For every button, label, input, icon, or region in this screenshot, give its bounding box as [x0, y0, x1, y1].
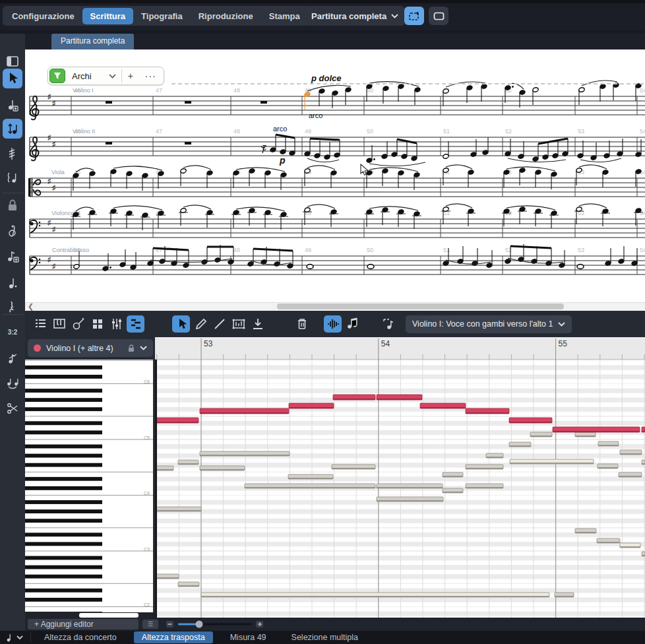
score-area[interactable]: Violino I464748495051525354♯♯Violino II4…	[25, 49, 645, 302]
midi-note-selected[interactable]	[377, 395, 422, 400]
midi-note[interactable]	[332, 465, 375, 469]
keyboard-scrollbar[interactable]	[79, 613, 138, 618]
midi-note[interactable]	[377, 497, 443, 501]
status-altezza-da-concerto[interactable]: Altezza da concerto	[36, 631, 125, 643]
grid-view-icon[interactable]	[88, 315, 106, 333]
pitch-tool[interactable]	[3, 119, 22, 139]
document-tab[interactable]: Partitura completa	[51, 34, 134, 49]
midi-note-selected[interactable]	[420, 403, 466, 408]
midi-note[interactable]	[597, 538, 620, 543]
extend-icon[interactable]	[249, 315, 266, 333]
midi-note[interactable]	[642, 552, 645, 556]
midi-note-selected[interactable]	[642, 427, 645, 432]
voice-selector[interactable]: Violino I: Voce con gambi verso l'alto 1	[406, 315, 572, 333]
midi-note[interactable]	[443, 472, 463, 477]
mode-tab-tipografia[interactable]: Tipografia	[133, 8, 191, 24]
midi-note[interactable]	[200, 466, 245, 470]
mode-tab-scrittura[interactable]: Scrittura	[82, 8, 133, 24]
mode-tab-configurazione[interactable]: Configurazione	[4, 8, 82, 24]
mode-tab-riproduzione[interactable]: Riproduzione	[191, 8, 261, 24]
piano-roll-icon[interactable]	[127, 315, 144, 333]
midi-note[interactable]	[598, 464, 618, 468]
mode-tab-stampa[interactable]: Stampa	[261, 8, 308, 24]
midi-note[interactable]	[598, 441, 619, 446]
pencil-icon[interactable]	[191, 315, 209, 333]
piano-keyboard[interactable]: C6C5C4C3C2	[25, 360, 155, 612]
midi-note[interactable]	[486, 453, 503, 458]
midi-note-selected[interactable]	[553, 427, 640, 432]
midi-note[interactable]	[157, 574, 179, 579]
guitar-view-icon[interactable]	[69, 315, 87, 333]
measure-ruler[interactable]: 535455	[155, 337, 645, 360]
lock-tool[interactable]	[3, 195, 22, 215]
midi-note[interactable]	[178, 460, 199, 465]
unpitched-tool[interactable]	[3, 168, 22, 187]
transform-icon[interactable]	[230, 315, 247, 333]
track-selector[interactable]: Violino I (+ altre 4)	[28, 339, 153, 357]
midi-note[interactable]	[178, 582, 199, 587]
midi-note[interactable]	[575, 432, 596, 437]
midi-note[interactable]	[157, 507, 201, 511]
midi-note-selected[interactable]	[200, 408, 289, 414]
status-selezione-multipla[interactable]: Selezione multipla	[284, 631, 366, 643]
tuplet-tool[interactable]: 3:2	[3, 322, 22, 342]
lock-icon[interactable]	[128, 344, 135, 352]
midi-note[interactable]	[575, 529, 596, 533]
pointer-icon[interactable]	[172, 315, 190, 333]
grace-note-tool[interactable]	[3, 348, 22, 368]
zoom-slider[interactable]	[166, 619, 265, 629]
dotted-note-tool[interactable]	[3, 273, 22, 293]
midi-note-selected[interactable]	[509, 418, 552, 423]
midi-note[interactable]	[619, 472, 642, 477]
midi-note-selected[interactable]	[157, 418, 199, 423]
scissors-tool[interactable]	[3, 399, 22, 418]
instrument-filter[interactable]: Archi + ···	[47, 67, 164, 85]
note-value-selector[interactable]	[5, 633, 25, 642]
midi-note[interactable]	[642, 460, 645, 465]
midi-note[interactable]	[377, 484, 443, 488]
midi-note-selected[interactable]	[289, 403, 334, 408]
chevron-down-icon[interactable]	[140, 346, 147, 350]
midi-note[interactable]	[620, 543, 640, 548]
midi-note[interactable]	[245, 484, 375, 488]
midi-note[interactable]	[200, 451, 290, 456]
status-altezza-trasposta[interactable]: Altezza trasposta	[134, 631, 213, 643]
single-window-button[interactable]	[429, 7, 448, 25]
played-durations-icon[interactable]	[324, 315, 342, 333]
piano-view-icon[interactable]	[50, 315, 68, 333]
pointer-tool[interactable]	[3, 69, 22, 88]
ornament-tool[interactable]	[3, 247, 22, 267]
clef-tool[interactable]	[3, 220, 22, 240]
mixer-icon[interactable]	[108, 315, 125, 333]
midi-note[interactable]	[288, 474, 333, 479]
layout-selector[interactable]: Partitura completa	[305, 6, 405, 26]
zoom-slider-handle[interactable]	[196, 621, 203, 628]
chevron-down-icon[interactable]	[109, 74, 116, 79]
midi-note-selected[interactable]	[466, 408, 509, 414]
new-window-button[interactable]	[404, 7, 424, 25]
midi-note[interactable]	[201, 593, 549, 597]
tremolo-tool[interactable]	[3, 144, 22, 164]
piano-roll-grid[interactable]	[157, 360, 645, 618]
midi-note[interactable]	[510, 459, 594, 464]
filter-more-button[interactable]: ···	[139, 71, 162, 81]
midi-note[interactable]	[530, 432, 552, 437]
score-hscroll-thumb[interactable]	[277, 304, 564, 309]
midi-note[interactable]	[157, 466, 173, 470]
note-input-tool[interactable]	[3, 95, 22, 115]
scroll-left-arrow[interactable]: ❮	[28, 302, 34, 311]
midi-note-selected[interactable]	[333, 395, 375, 400]
filter-add-button[interactable]: +	[122, 71, 139, 81]
midi-note[interactable]	[443, 488, 463, 493]
tuplet-note-icon[interactable]	[379, 315, 397, 333]
midi-note[interactable]	[466, 465, 503, 469]
midi-note[interactable]	[466, 484, 503, 488]
editor-menu-button[interactable]: ☰	[142, 620, 158, 629]
add-editor-button[interactable]: + Aggiungi editor	[28, 619, 138, 629]
midi-note[interactable]	[509, 442, 531, 447]
tie-tool[interactable]	[3, 373, 22, 393]
line-icon[interactable]	[210, 315, 228, 333]
trash-icon[interactable]	[293, 315, 311, 333]
midi-note[interactable]	[555, 593, 574, 597]
event-list-icon[interactable]	[31, 315, 49, 333]
